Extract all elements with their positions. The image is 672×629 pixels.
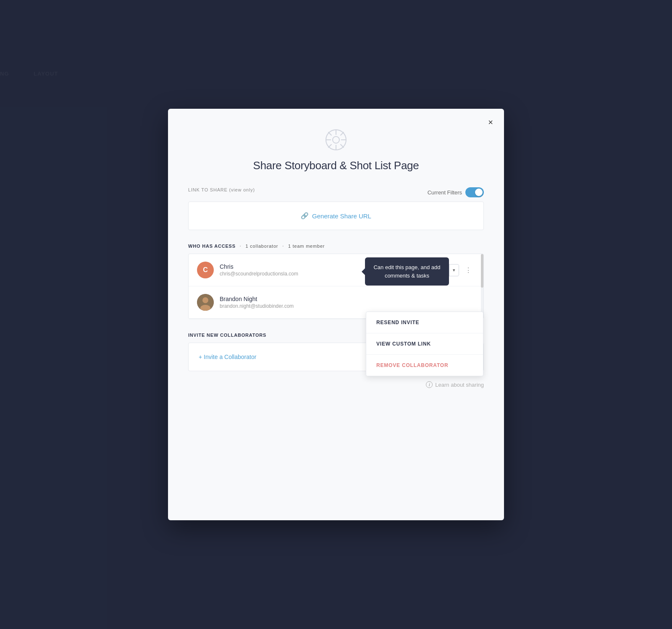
svg-line-8 (341, 132, 344, 136)
scrollbar-track[interactable] (481, 254, 483, 319)
resend-invite-label: RESEND INVITE (376, 320, 419, 325)
generate-url-box: 🔗 Generate Share URL (188, 202, 484, 230)
collaborators-box: C Chris chris@scoundrelproductionsla.com… (188, 254, 484, 319)
current-filters-toggle[interactable] (465, 187, 484, 197)
collaborator-row-chris: C Chris chris@scoundrelproductionsla.com… (189, 254, 483, 286)
modal-header: Share Storyboard & Shot List Page (188, 129, 484, 172)
svg-line-9 (328, 144, 332, 148)
remove-collaborator-label: REMOVE COLLABORATOR (376, 362, 448, 368)
avatar-chris: C (197, 262, 214, 278)
who-has-access-label: WHO HAS ACCESS · 1 collaborator · 1 team… (188, 244, 484, 249)
generate-url-label: Generate Share URL (312, 212, 371, 220)
permission-tooltip: Can edit this page, and add comments & t… (365, 257, 449, 286)
modal-footer: i Learn about sharing (188, 381, 484, 388)
view-custom-link-label: VIEW CUSTOM LINK (376, 341, 431, 347)
svg-line-7 (341, 144, 344, 148)
remove-collaborator-item[interactable]: REMOVE COLLABORATOR (366, 355, 483, 376)
view-custom-link-item[interactable]: VIEW CUSTOM LINK (366, 333, 483, 355)
svg-point-11 (202, 297, 208, 303)
collaborator-dropdown-menu: RESEND INVITE VIEW CUSTOM LINK REMOVE CO… (366, 312, 483, 376)
link-icon: 🔗 (301, 212, 309, 220)
bg-label-ng: NG (0, 71, 9, 77)
camera-icon (325, 129, 347, 151)
modal-title: Share Storyboard & Shot List Page (188, 159, 484, 172)
collaborator-name-brandon: Brandon Night (220, 296, 475, 302)
generate-url-button[interactable]: 🔗 Generate Share URL (301, 212, 371, 220)
close-button[interactable]: × (484, 115, 497, 129)
current-filters-label: Current Filters (428, 189, 462, 196)
svg-line-6 (328, 132, 332, 136)
link-section: LINK TO SHARE (view only) Current Filter… (188, 187, 484, 230)
avatar-brandon (197, 294, 214, 311)
info-icon: i (426, 381, 433, 388)
who-has-access-section: WHO HAS ACCESS · 1 collaborator · 1 team… (188, 244, 484, 319)
bg-label-layout: LAYOUT (34, 71, 58, 77)
collaborator-info-brandon: Brandon Night brandon.night@studiobinder… (220, 296, 475, 309)
invite-collaborator-link[interactable]: + Invite a Collaborator (199, 354, 256, 360)
collaborator-email-brandon: brandon.night@studiobinder.com (220, 303, 475, 309)
learn-about-sharing-link[interactable]: Learn about sharing (435, 382, 484, 388)
dropdown-arrow-button[interactable]: ▾ (449, 265, 459, 275)
more-icon: ⋮ (465, 267, 472, 274)
resend-invite-item[interactable]: RESEND INVITE (366, 312, 483, 333)
svg-point-1 (333, 136, 339, 143)
share-modal: × Share Storyboard & Shot List Page LINK… (168, 109, 504, 520)
tooltip-text: Can edit this page, and add comments & t… (373, 264, 440, 279)
chevron-down-icon: ▾ (453, 267, 455, 273)
scrollbar-thumb[interactable] (481, 254, 483, 288)
more-options-button-chris[interactable]: ⋮ (462, 264, 475, 277)
collaborator-row-brandon: Brandon Night brandon.night@studiobinder… (189, 286, 483, 319)
current-filters: Current Filters (428, 187, 484, 197)
link-label: LINK TO SHARE (view only) (188, 187, 255, 192)
link-row: LINK TO SHARE (view only) Current Filter… (188, 187, 484, 197)
